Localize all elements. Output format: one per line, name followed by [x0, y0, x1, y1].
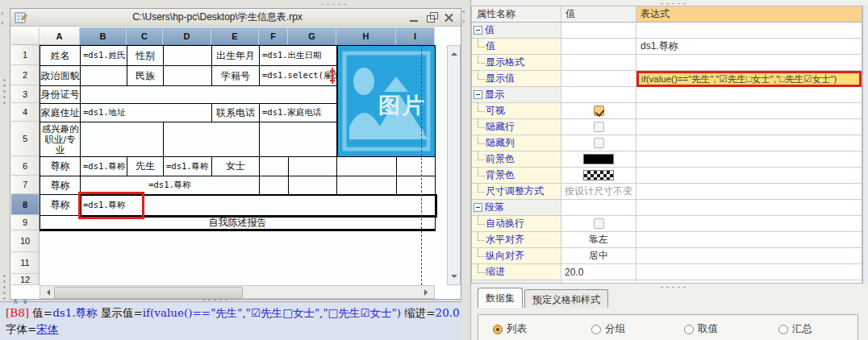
- panel-scrollbar[interactable]: [862, 6, 868, 284]
- cell-F6[interactable]: [260, 157, 289, 176]
- vertical-scrollbar[interactable]: [447, 45, 461, 285]
- col-header-B[interactable]: B: [80, 27, 127, 45]
- property-value[interactable]: 20.0: [561, 264, 636, 280]
- row-header-2[interactable]: 2: [11, 65, 40, 85]
- checkbox-unchecked[interactable]: [594, 218, 604, 229]
- radio-option-summary[interactable]: 汇总: [778, 322, 812, 336]
- cell-B1[interactable]: =ds1.姓氏: [81, 46, 127, 66]
- cell-B6[interactable]: =ds1.尊称: [81, 157, 127, 176]
- cell-G7[interactable]: [289, 176, 337, 195]
- row-header-8-selected[interactable]: 8: [11, 194, 40, 215]
- collapse-right-icon[interactable]: ›: [462, 18, 465, 25]
- tree-collapse-icon[interactable]: [474, 26, 482, 35]
- property-value[interactable]: 按设计尺寸不变: [561, 184, 636, 200]
- col-header-G[interactable]: G: [288, 27, 336, 45]
- row-header-10[interactable]: 10: [11, 230, 40, 252]
- collapse-down-icon[interactable]: ∨: [23, 298, 28, 305]
- scroll-left-icon[interactable]: [44, 289, 50, 296]
- row-header-6[interactable]: 6: [11, 156, 40, 176]
- cell-B5-C5[interactable]: [81, 122, 164, 157]
- radio-option-fetch-value[interactable]: 取值: [684, 322, 718, 336]
- cell-B4-D4[interactable]: =ds1.地址: [81, 104, 212, 122]
- col-header-I[interactable]: I: [396, 27, 435, 45]
- cell-A7[interactable]: 尊称: [40, 176, 81, 195]
- radio-icon[interactable]: [778, 325, 788, 334]
- cell-E6[interactable]: 女士: [212, 157, 260, 176]
- color-swatch-black[interactable]: [583, 154, 614, 164]
- panel-bottom-dots[interactable]: [658, 284, 686, 288]
- row-header-9[interactable]: 9: [11, 215, 40, 230]
- collapse-right-icon[interactable]: ›: [1, 19, 4, 27]
- row-header-12[interactable]: 12: [11, 274, 40, 285]
- cell-A9-I9[interactable]: 自我陈述报告: [40, 216, 436, 231]
- property-value[interactable]: 靠左: [561, 232, 636, 248]
- window-titlebar[interactable]: C:\Users\hp-pc\Desktop\学生信息表.rpx: [10, 9, 461, 27]
- scroll-up-icon[interactable]: [451, 49, 457, 56]
- cell-F7[interactable]: [260, 176, 289, 195]
- cell-A2[interactable]: 政治面貌: [40, 66, 81, 86]
- cell-B3-G3[interactable]: [81, 86, 337, 104]
- collapse-left-icon[interactable]: ‹: [1, 10, 4, 17]
- cell-C6[interactable]: 先生: [127, 157, 164, 176]
- cell-A8[interactable]: 尊称: [40, 195, 81, 216]
- radio-icon[interactable]: [591, 325, 601, 334]
- cell-I7[interactable]: [397, 176, 436, 195]
- radio-selected-icon[interactable]: [493, 325, 503, 334]
- col-header-F[interactable]: F: [259, 27, 288, 45]
- left-splitter-dots[interactable]: [2, 77, 6, 104]
- expression-cell[interactable]: ds1.尊称: [636, 39, 862, 55]
- col-header-H[interactable]: H: [336, 27, 396, 45]
- row-header-5[interactable]: 5: [11, 122, 40, 156]
- checkbox-unchecked[interactable]: [594, 138, 604, 148]
- cell-A6[interactable]: 尊称: [40, 157, 81, 176]
- color-swatch-transparent[interactable]: [583, 170, 614, 180]
- cell-B7-E7[interactable]: =ds1.尊称: [81, 176, 260, 195]
- cell-B8-I8-selected[interactable]: =ds1.尊称: [81, 195, 436, 216]
- top-splitter-dots[interactable]: [319, 2, 346, 6]
- row-header-4[interactable]: 4: [11, 103, 40, 122]
- close-icon[interactable]: [443, 12, 456, 23]
- tree-collapse-icon[interactable]: [474, 203, 482, 212]
- minimize-icon[interactable]: [407, 12, 420, 23]
- row-header-1[interactable]: 1: [11, 45, 40, 65]
- cell-A4[interactable]: 家庭住址: [40, 104, 81, 122]
- cell-E4[interactable]: 联系电话: [212, 104, 260, 122]
- cell-G6[interactable]: [289, 157, 337, 176]
- cell-H6[interactable]: [337, 157, 397, 176]
- collapse-left-icon[interactable]: ‹: [462, 8, 465, 15]
- tab-dataset[interactable]: 数据集: [478, 288, 523, 308]
- cell-D5-E5[interactable]: [164, 122, 260, 157]
- radio-option-group[interactable]: 分组: [591, 322, 625, 336]
- cell-E2[interactable]: 学籍号: [212, 66, 260, 86]
- tab-predefined-styles[interactable]: 预定义格和样式: [524, 289, 608, 308]
- left-splitter-dots[interactable]: [2, 272, 6, 300]
- scroll-down-icon[interactable]: [451, 275, 457, 281]
- cell-I6[interactable]: [397, 157, 436, 176]
- horizontal-scrollbar[interactable]: [40, 285, 435, 299]
- cell-D1[interactable]: [164, 46, 212, 66]
- cell-C1[interactable]: 性别: [127, 46, 164, 66]
- cell-H7[interactable]: [337, 176, 397, 195]
- col-header-E[interactable]: E: [211, 27, 259, 45]
- cell-D6[interactable]: =ds1.尊称: [164, 157, 212, 176]
- tree-collapse-icon[interactable]: [474, 90, 482, 99]
- image-placeholder-cell[interactable]: 图片: [337, 46, 436, 157]
- radio-icon[interactable]: [684, 325, 694, 334]
- restore-icon[interactable]: [425, 12, 438, 23]
- col-header-A[interactable]: A: [40, 27, 80, 45]
- property-value[interactable]: 居中: [561, 248, 636, 264]
- panel-top-dots[interactable]: [658, 1, 686, 5]
- col-header-D[interactable]: D: [163, 27, 211, 45]
- collapse-up-icon[interactable]: ∧: [13, 298, 19, 305]
- highlighted-expression-cell[interactable]: if(value()=="先生","☑先生□女士","□先生☑女士"): [636, 71, 862, 87]
- row-header-11[interactable]: 11: [11, 252, 40, 274]
- col-header-C[interactable]: C: [127, 27, 163, 45]
- cell-F1-G1[interactable]: =ds1.出生日期: [260, 46, 337, 66]
- cell-C2[interactable]: 民族: [127, 66, 164, 86]
- scroll-right-icon[interactable]: [424, 289, 431, 296]
- cell-F5-G5[interactable]: [260, 122, 337, 157]
- cell-F4-G4[interactable]: =ds1.家庭电话: [260, 104, 337, 122]
- status-splitter-dots[interactable]: [200, 297, 227, 301]
- checkbox-unchecked[interactable]: [594, 122, 604, 132]
- cell-A5[interactable]: 感兴趣的职业/专业: [40, 122, 81, 157]
